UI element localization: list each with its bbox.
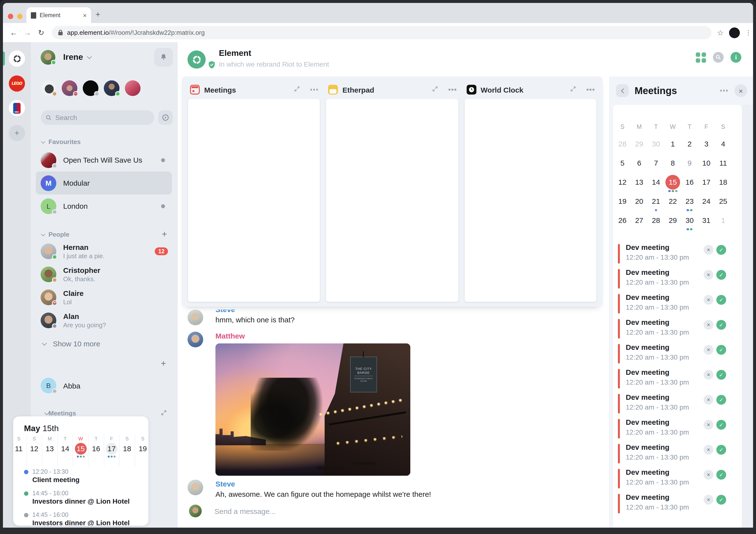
day-column[interactable]: S19 [135,434,148,466]
browser-tab[interactable]: Element × [26,7,91,23]
show-more-button[interactable]: Show 10 more [40,340,173,348]
calendar-day-cell[interactable]: 20 [631,191,648,211]
room-row-abba[interactable]: B Abba [40,376,173,395]
agenda-item[interactable]: 14:45 - 16:00Investors dinner @ Lion Hot… [24,490,144,505]
day-column[interactable]: T14 [58,434,73,466]
people-section-header[interactable]: People + [40,229,173,239]
calendar-day-cell[interactable]: 23 [681,191,698,211]
space-element-home[interactable] [9,50,25,67]
panel-scrollbar[interactable] [742,105,753,528]
close-panel-button[interactable]: × [735,84,747,97]
search-input[interactable]: Search [40,110,154,125]
calendar-day-cell[interactable]: 13 [631,172,648,191]
widget-body[interactable] [464,99,596,302]
room-row-open-tech[interactable]: Open Tech Will Save Us [40,149,173,172]
calendar-day-cell[interactable]: 14 [648,172,664,191]
calendar-day-cell[interactable]: 16 [681,172,698,191]
chevron-down-icon[interactable] [87,54,92,59]
composer-placeholder[interactable]: Send a message... [214,507,276,515]
sender-avatar[interactable] [188,310,203,325]
calendar-day-cell[interactable]: 29 [631,134,648,153]
calendar-day-cell[interactable]: 18 [715,172,732,191]
browser-profile-avatar[interactable] [729,27,740,38]
reload-icon[interactable]: ↻ [34,28,48,37]
bookmark-star-icon[interactable]: ☆ [717,28,724,37]
space-nba[interactable]: NBA [9,100,25,116]
meeting-item[interactable]: Dev meeting12:20 am - 13:30 pm×✓ [613,468,742,493]
sender-name[interactable]: Steve [215,480,235,488]
day-column[interactable]: W15 [73,434,89,466]
widget-body[interactable] [326,99,458,302]
calendar-day-cell[interactable]: 24 [698,191,715,211]
dismiss-button[interactable]: × [704,320,714,330]
calendar-day-cell[interactable]: 21 [648,191,664,211]
dm-avatar[interactable] [40,80,56,96]
calendar-day-cell[interactable]: 28 [614,134,631,153]
confirm-button[interactable]: ✓ [716,345,726,355]
meeting-item[interactable]: Dev meeting12:20 am - 13:30 pm×✓ [613,343,742,368]
dismiss-button[interactable]: × [704,370,714,380]
calendar-day-cell[interactable]: 30 [681,211,698,230]
user-avatar[interactable] [40,50,55,65]
expand-widget-icon[interactable] [161,408,167,418]
minimize-window-button[interactable] [17,14,22,19]
apps-grid-icon[interactable] [696,52,706,63]
dm-avatar[interactable] [62,80,77,96]
maximize-widget-icon[interactable] [570,85,577,94]
dismiss-button[interactable]: × [704,420,714,430]
calendar-day-cell[interactable]: 19 [614,191,631,211]
calendar-day-cell[interactable]: 22 [664,191,681,211]
confirm-button[interactable]: ✓ [716,445,726,455]
sender-name[interactable]: Matthew [215,332,245,340]
confirm-button[interactable]: ✓ [716,320,726,330]
maximize-widget-icon[interactable] [432,85,438,94]
confirm-button[interactable]: ✓ [716,495,726,505]
back-button[interactable] [616,84,629,97]
day-column[interactable]: S11 [13,434,27,466]
add-room-button[interactable]: + [40,359,166,369]
meeting-item[interactable]: Dev meeting12:20 am - 13:30 pm×✓ [613,493,742,518]
add-person-button[interactable]: + [162,229,167,239]
dm-avatar[interactable] [125,80,141,96]
calendar-day-cell[interactable]: 31 [698,211,715,230]
browser-menu-icon[interactable]: ⋮ [745,32,748,34]
dismiss-button[interactable]: × [704,470,714,480]
favourites-section-header[interactable]: Favourites [40,138,173,146]
dismiss-button[interactable]: × [704,395,714,405]
meeting-item[interactable]: Dev meeting12:20 am - 13:30 pm×✓ [613,318,742,343]
dismiss-button[interactable]: × [704,245,714,255]
calendar-day-cell[interactable]: 3 [698,134,715,153]
widget-menu-icon[interactable] [310,89,318,91]
close-tab-icon[interactable]: × [83,12,87,19]
dm-row-hernan[interactable]: Hernan I just ate a pie. 12 [40,239,173,263]
dm-avatar[interactable] [83,80,98,96]
room-row-modular[interactable]: M Modular [36,172,172,194]
chat-photo[interactable]: THE CITY BARGE RIVERSIDE PUBLIC HOUSE [215,343,410,476]
calendar-day-cell[interactable]: 28 [648,211,664,230]
sender-avatar[interactable] [188,332,203,347]
notifications-button[interactable] [154,48,173,67]
day-column[interactable]: F17 [104,434,120,466]
widget-body[interactable] [188,99,320,302]
agenda-item[interactable]: 12:20 - 13:30Client meeting [24,468,144,484]
dismiss-button[interactable]: × [704,445,714,455]
confirm-button[interactable]: ✓ [716,270,726,280]
meeting-item[interactable]: Dev meeting12:20 am - 13:30 pm×✓ [613,268,742,293]
confirm-button[interactable]: ✓ [716,295,726,305]
calendar-day-cell[interactable]: 11 [715,153,732,172]
meeting-item[interactable]: Dev meeting12:20 am - 13:30 pm×✓ [613,418,742,443]
room-info-icon[interactable]: i [731,52,741,63]
calendar-day-cell[interactable]: 26 [614,211,631,230]
calendar-day-cell[interactable]: 17 [698,172,715,191]
day-column[interactable]: S18 [120,434,135,466]
calendar-day-cell[interactable]: 15 [664,172,681,191]
widget-menu-icon[interactable] [448,89,456,91]
calendar-day-cell[interactable]: 10 [698,153,715,172]
calendar-day-cell[interactable]: 12 [614,172,631,191]
dm-avatar[interactable] [104,80,120,96]
meeting-item[interactable]: Dev meeting12:20 am - 13:30 pm×✓ [613,368,742,393]
day-column[interactable]: T16 [89,434,104,466]
calendar-day-cell[interactable]: 6 [631,153,648,172]
calendar-day-cell[interactable]: 4 [715,134,732,153]
meeting-item[interactable]: Dev meeting12:20 am - 13:30 pm×✓ [613,293,742,318]
